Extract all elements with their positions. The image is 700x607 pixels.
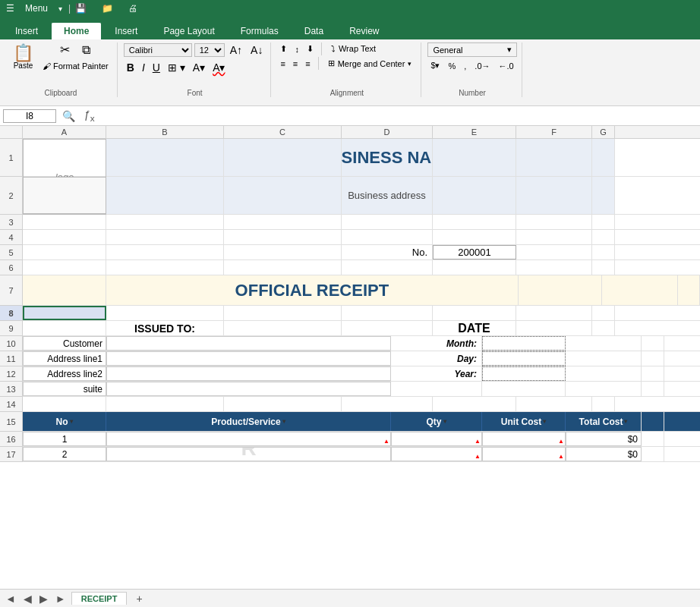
cell-b15[interactable]: Product/Service ▾ — [106, 412, 391, 431]
cell-f11[interactable] — [566, 351, 642, 366]
cell-g12[interactable] — [642, 366, 664, 381]
toolbar-open[interactable]: 📁 — [102, 3, 113, 14]
cell-b4[interactable] — [106, 230, 224, 244]
cell-a4[interactable] — [23, 230, 106, 244]
cell-c5[interactable] — [224, 245, 342, 259]
cell-d5[interactable]: No. — [342, 245, 433, 259]
row-num-3[interactable]: 3 — [0, 215, 23, 230]
cell-a5[interactable] — [23, 245, 106, 259]
row-num-15[interactable]: 15 — [0, 412, 23, 432]
cell-g4[interactable] — [592, 230, 615, 244]
increase-decimal-button[interactable]: .0→ — [471, 59, 493, 72]
col-header-b[interactable]: B — [106, 126, 224, 138]
row-num-13[interactable]: 13 — [0, 382, 23, 397]
cell-e11[interactable] — [482, 351, 566, 366]
italic-button[interactable]: I — [139, 60, 148, 75]
row-num-4[interactable]: 4 — [0, 230, 23, 245]
cell-e17[interactable]: ▲ — [482, 447, 566, 461]
cell-d2[interactable]: Business address — [342, 177, 433, 214]
row-num-11[interactable]: 11 — [0, 351, 23, 366]
cut-button[interactable]: ✂ — [55, 42, 74, 58]
row-num-5[interactable]: 5 — [0, 245, 23, 260]
next-sheet-button2[interactable]: ► — [53, 593, 68, 605]
cell-e1[interactable] — [433, 139, 516, 176]
align-top-button[interactable]: ⬆ — [277, 42, 290, 55]
cell-g5[interactable] — [592, 245, 615, 259]
cell-e8[interactable] — [433, 306, 516, 320]
hamburger-menu[interactable]: ☰ — [6, 3, 14, 14]
cell-reference-box[interactable]: I8 — [3, 109, 56, 123]
cell-a9[interactable] — [23, 321, 106, 335]
cell-g7[interactable] — [678, 275, 700, 305]
cell-b6[interactable] — [106, 260, 224, 275]
cell-c1[interactable] — [224, 139, 342, 176]
cell-g6[interactable] — [592, 260, 615, 275]
cell-d13[interactable] — [391, 382, 482, 396]
tab-review[interactable]: Review — [337, 23, 391, 39]
sheet-tab-receipt[interactable]: RECEIPT — [71, 592, 128, 605]
cell-b9[interactable]: ISSUED TO: — [106, 321, 224, 335]
cell-c8[interactable] — [224, 306, 342, 320]
cell-c6[interactable] — [224, 260, 342, 275]
borders-button[interactable]: ⊞ ▾ — [165, 60, 188, 75]
row-num-1[interactable]: 1 — [0, 139, 23, 177]
tab-insert2[interactable]: Insert — [102, 23, 150, 39]
align-center-button[interactable]: ≡ — [290, 57, 301, 70]
percent-button[interactable]: % — [446, 59, 459, 72]
cell-f3[interactable] — [516, 215, 592, 229]
cell-e3[interactable] — [433, 215, 516, 229]
merge-dropdown-icon[interactable]: ▾ — [408, 60, 411, 68]
cell-a17[interactable]: 2 — [23, 447, 106, 461]
cell-f16[interactable]: $0 — [566, 432, 642, 446]
cell-a11[interactable]: Address line1 — [23, 351, 106, 366]
col-header-a[interactable]: A — [23, 126, 106, 138]
cell-f4[interactable] — [516, 230, 592, 244]
cell-d15[interactable]: Qty ▾ — [391, 412, 482, 431]
prev-sheet-button2[interactable]: ◀ — [21, 593, 34, 605]
tab-data[interactable]: Data — [292, 23, 336, 39]
function-icon[interactable]: ƒx — [81, 109, 98, 123]
currency-button[interactable]: $▾ — [427, 59, 443, 72]
col-header-f[interactable]: F — [516, 126, 592, 138]
cell-b13[interactable] — [106, 382, 391, 396]
number-format-select[interactable]: General ▾ — [427, 42, 516, 57]
filter-unit-cost[interactable]: ▾ — [543, 418, 546, 425]
row-num-17[interactable]: 17 — [0, 447, 23, 462]
cell-e15[interactable]: Unit Cost ▾ — [482, 412, 566, 431]
cell-g14[interactable] — [592, 397, 615, 411]
row-num-10[interactable]: 10 — [0, 336, 23, 351]
row-num-8[interactable]: 8 — [0, 306, 23, 321]
cell-c4[interactable] — [224, 230, 342, 244]
prev-sheet-button[interactable]: ◄ — [3, 593, 18, 605]
paste-button[interactable]: 📋 Paste — [9, 42, 37, 72]
row-num-2[interactable]: 2 — [0, 177, 23, 215]
cell-b11[interactable] — [106, 351, 391, 366]
tab-formulas[interactable]: Formulas — [229, 23, 291, 39]
cell-a15[interactable]: No ▾ — [23, 412, 106, 431]
cell-a13[interactable]: suite — [23, 382, 106, 396]
cell-d6[interactable] — [342, 260, 433, 275]
copy-button[interactable]: ⧉ — [77, 42, 95, 58]
cell-g9[interactable] — [592, 321, 615, 335]
cell-e9[interactable]: DATE — [433, 321, 516, 335]
col-header-c[interactable]: C — [224, 126, 342, 138]
cell-a12[interactable]: Address line2 — [23, 366, 106, 381]
filter-qty[interactable]: ▾ — [443, 418, 446, 425]
cell-f5[interactable] — [516, 245, 592, 259]
tab-page-layout[interactable]: Page Layout — [151, 23, 226, 39]
cell-d14[interactable] — [342, 397, 433, 411]
decrease-decimal-button[interactable]: ←.0 — [496, 59, 517, 72]
cell-g15[interactable] — [642, 412, 664, 431]
font-family-select[interactable]: Calibri — [124, 43, 192, 57]
cell-g13[interactable] — [642, 382, 664, 396]
next-sheet-button[interactable]: ▶ — [37, 593, 50, 605]
row-num-16[interactable]: 16 — [0, 432, 23, 447]
tab-home[interactable]: Home — [52, 21, 101, 39]
wrap-text-button[interactable]: ⤵ Wrap Text — [326, 42, 380, 55]
cell-b3[interactable] — [106, 215, 224, 229]
formula-input[interactable] — [101, 110, 697, 122]
bold-button[interactable]: B — [124, 60, 137, 75]
cell-f17[interactable]: $0 — [566, 447, 642, 461]
row-num-6[interactable]: 6 — [0, 260, 23, 275]
cell-e2[interactable] — [433, 177, 516, 214]
